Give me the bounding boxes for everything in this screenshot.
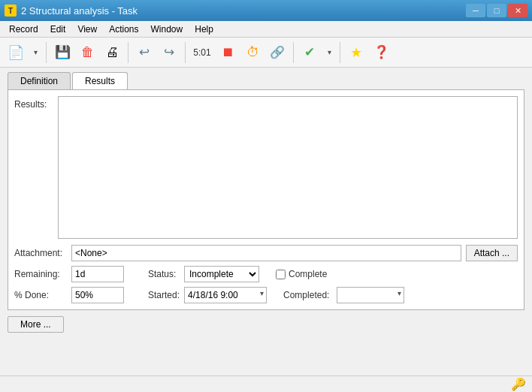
- print-button[interactable]: 🖨: [101, 41, 123, 64]
- attach-button[interactable]: Attach ...: [466, 245, 518, 261]
- status-label: Status:: [148, 269, 180, 279]
- menu-actions[interactable]: Actions: [103, 23, 144, 36]
- attachment-row: Attachment: Attach ...: [14, 245, 518, 261]
- link-icon: 🔗: [270, 45, 285, 59]
- results-label: Results:: [14, 96, 52, 110]
- tab-definition[interactable]: Definition: [8, 72, 71, 89]
- approve-button[interactable]: ✔: [298, 41, 321, 64]
- minimize-button[interactable]: ─: [466, 4, 485, 17]
- menu-bar: Record Edit View Actions Window Help: [0, 21, 532, 38]
- close-button[interactable]: ✕: [508, 4, 527, 17]
- more-row: More ...: [8, 316, 524, 336]
- started-input[interactable]: [184, 287, 267, 303]
- timer-display: 5:01: [190, 47, 214, 58]
- help-button[interactable]: ❓: [370, 41, 392, 64]
- stop-button[interactable]: ⏹: [216, 41, 239, 64]
- tab-bar: Definition Results: [8, 72, 524, 89]
- help-icon: ❓: [373, 44, 389, 60]
- menu-window[interactable]: Window: [145, 23, 189, 36]
- attachment-label: Attachment:: [14, 248, 67, 258]
- more-button[interactable]: More ...: [8, 316, 64, 333]
- tab-results[interactable]: Results: [72, 72, 128, 89]
- window-title: 2 Structural analysis - Task: [21, 5, 138, 17]
- form-panel: Results: Attachment: Attach ... Remainin…: [8, 89, 524, 310]
- link-button[interactable]: 🔗: [266, 41, 289, 64]
- menu-edit[interactable]: Edit: [44, 23, 72, 36]
- separator-5: [340, 42, 340, 63]
- separator-3: [185, 42, 186, 63]
- remaining-label: Remaining:: [14, 269, 67, 279]
- started-label: Started:: [148, 290, 180, 300]
- stop-icon: ⏹: [222, 45, 234, 60]
- timer-button[interactable]: ⏱: [241, 41, 264, 64]
- print-icon: 🖨: [106, 45, 119, 60]
- percent-label: % Done:: [14, 290, 67, 300]
- main-content: Definition Results Results: Attachment: …: [0, 68, 532, 392]
- complete-label: Complete: [289, 269, 327, 279]
- menu-view[interactable]: View: [71, 23, 103, 36]
- timer-icon: ⏱: [246, 45, 259, 60]
- complete-checkbox-label[interactable]: Complete: [276, 269, 327, 279]
- undo-button[interactable]: ↩: [133, 41, 156, 64]
- results-row: Results:: [14, 96, 518, 239]
- attachment-input[interactable]: [71, 245, 461, 261]
- save-icon: 💾: [55, 44, 71, 60]
- delete-icon: 🗑: [81, 45, 94, 60]
- remaining-status-row: Remaining: Status: Incomplete Complete I…: [14, 266, 518, 282]
- new-icon: 📄: [8, 44, 24, 61]
- favorite-button[interactable]: ★: [345, 41, 367, 64]
- complete-checkbox[interactable]: [276, 270, 286, 279]
- delete-button[interactable]: 🗑: [76, 41, 98, 64]
- percent-input[interactable]: [71, 287, 124, 303]
- toolbar: 📄 ▾ 💾 🗑 🖨 ↩ ↪ 5:01 ⏹ ⏱ 🔗 ✔ ▾ ★ ❓: [0, 38, 532, 68]
- separator-2: [128, 42, 128, 63]
- new-button[interactable]: 📄: [5, 41, 27, 64]
- menu-record[interactable]: Record: [3, 23, 44, 36]
- approve-dropdown-button[interactable]: ▾: [323, 41, 335, 64]
- star-icon: ★: [350, 44, 362, 61]
- separator-4: [293, 42, 294, 63]
- status-bar: 🔑: [0, 375, 532, 392]
- maximize-button[interactable]: □: [487, 4, 506, 17]
- separator-1: [46, 42, 47, 63]
- completed-input[interactable]: [337, 287, 404, 303]
- status-select[interactable]: Incomplete Complete In Progress: [184, 266, 259, 282]
- remaining-input[interactable]: [71, 266, 124, 282]
- results-textarea[interactable]: [58, 96, 518, 239]
- app-icon: T: [5, 5, 17, 17]
- redo-button[interactable]: ↪: [158, 41, 180, 64]
- redo-icon: ↪: [164, 44, 174, 60]
- done-started-row: % Done: Started: ▾ Completed: ▾: [14, 287, 518, 303]
- menu-help[interactable]: Help: [189, 23, 219, 36]
- new-dropdown-button[interactable]: ▾: [29, 41, 41, 64]
- approve-icon: ✔: [304, 44, 315, 60]
- save-button[interactable]: 💾: [51, 41, 74, 64]
- key-icon: 🔑: [511, 377, 526, 391]
- completed-label: Completed:: [283, 290, 332, 300]
- undo-icon: ↩: [139, 44, 150, 60]
- title-bar: T 2 Structural analysis - Task ─ □ ✕: [0, 0, 532, 21]
